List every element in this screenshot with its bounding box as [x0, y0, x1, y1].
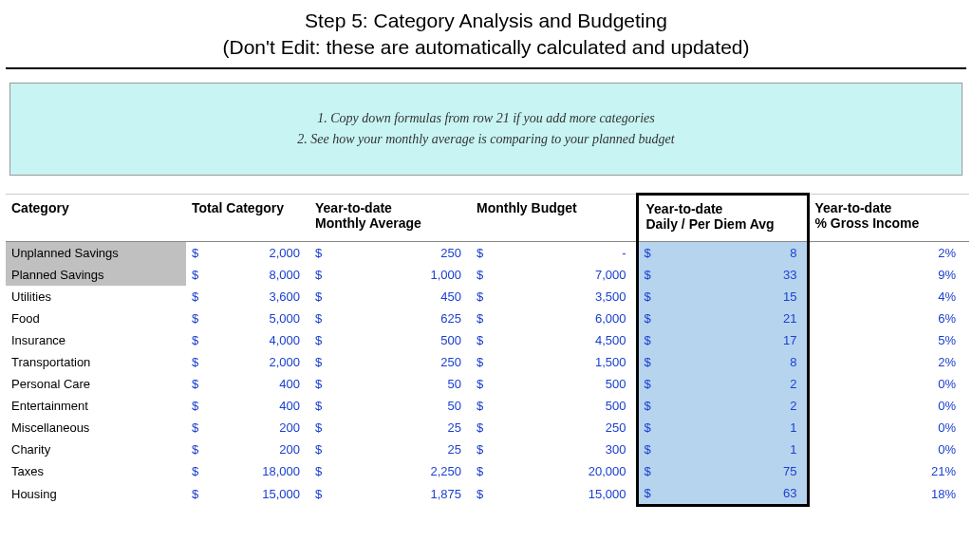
cell-budget-value: - — [622, 246, 626, 260]
cell-budget[interactable]: $15,000 — [471, 482, 637, 506]
cell-total[interactable]: $2,000 — [186, 242, 309, 265]
cell-budget[interactable]: $3,500 — [471, 286, 637, 308]
cell-category[interactable]: Food — [6, 308, 186, 329]
cell-perdiem[interactable]: $75 — [637, 460, 808, 482]
cell-category[interactable]: Insurance — [6, 329, 186, 351]
cell-avg[interactable]: $25 — [309, 417, 471, 439]
cell-avg[interactable]: $250 — [309, 242, 471, 265]
cell-total[interactable]: $4,000 — [186, 329, 309, 351]
cell-total[interactable]: $200 — [186, 439, 309, 460]
cell-avg[interactable]: $1,000 — [309, 264, 471, 286]
cell-gross[interactable]: 0% — [808, 417, 969, 439]
cell-gross[interactable]: 0% — [808, 373, 969, 395]
cell-gross[interactable]: 9% — [808, 264, 969, 286]
cell-total[interactable]: $18,000 — [186, 460, 309, 482]
cell-total-value: 8,000 — [269, 268, 300, 282]
cell-category[interactable]: Utilities — [6, 286, 186, 308]
cell-gross[interactable]: 0% — [808, 439, 969, 460]
cell-category[interactable]: Taxes — [6, 460, 186, 482]
cell-avg[interactable]: $450 — [309, 286, 471, 308]
col-budget: Monthly Budget — [471, 195, 637, 242]
cell-category[interactable]: Planned Savings — [6, 264, 186, 286]
cell-budget[interactable]: $250 — [471, 417, 637, 439]
cell-avg-value: 250 — [440, 246, 461, 260]
cell-total[interactable]: $5,000 — [186, 308, 309, 329]
cell-perdiem[interactable]: $1 — [637, 417, 808, 439]
cell-category[interactable]: Personal Care — [6, 373, 186, 395]
cell-avg[interactable]: $1,875 — [309, 482, 471, 506]
cell-total[interactable]: $2,000 — [186, 351, 309, 373]
cell-total-value: 18,000 — [262, 464, 300, 478]
cell-gross[interactable]: 4% — [808, 286, 969, 308]
cell-category[interactable]: Charity — [6, 439, 186, 460]
dollar-sign: $ — [315, 355, 322, 369]
cell-perdiem[interactable]: $2 — [637, 395, 808, 417]
cell-budget[interactable]: $4,500 — [471, 329, 637, 351]
cell-perdiem-value: 2 — [790, 377, 796, 391]
cell-category[interactable]: Entertainment — [6, 395, 186, 417]
cell-total[interactable]: $15,000 — [186, 482, 309, 506]
dollar-sign: $ — [315, 289, 322, 304]
dollar-sign: $ — [645, 289, 651, 304]
dollar-sign: $ — [477, 487, 483, 501]
cell-budget-value: 4,500 — [595, 333, 626, 347]
cell-budget[interactable]: $500 — [471, 373, 637, 395]
cell-avg[interactable]: $50 — [309, 373, 471, 395]
table-row: Personal Care$400$50$500$20% — [6, 373, 969, 395]
cell-gross[interactable]: 21% — [808, 460, 969, 482]
cell-budget-value: 20,000 — [589, 464, 626, 478]
cell-budget[interactable]: $500 — [471, 395, 637, 417]
cell-category[interactable]: Miscellaneous — [6, 417, 186, 439]
cell-budget[interactable]: $7,000 — [471, 264, 637, 286]
cell-gross[interactable]: 18% — [808, 482, 969, 506]
cell-perdiem[interactable]: $63 — [637, 482, 808, 506]
cell-avg[interactable]: $625 — [309, 308, 471, 329]
cell-budget[interactable]: $300 — [471, 439, 637, 460]
table-row: Entertainment$400$50$500$20% — [6, 395, 969, 417]
cell-gross[interactable]: 2% — [808, 242, 969, 265]
cell-budget[interactable]: $- — [471, 242, 637, 265]
cell-avg[interactable]: $250 — [309, 351, 471, 373]
cell-budget[interactable]: $1,500 — [471, 351, 637, 373]
dollar-sign: $ — [315, 246, 322, 260]
dollar-sign: $ — [645, 420, 651, 435]
table-row: Housing$15,000$1,875$15,000$6318% — [6, 482, 969, 506]
cell-gross[interactable]: 5% — [808, 329, 969, 351]
cell-perdiem[interactable]: $21 — [637, 308, 808, 329]
cell-avg[interactable]: $500 — [309, 329, 471, 351]
cell-total[interactable]: $400 — [186, 395, 309, 417]
cell-total[interactable]: $200 — [186, 417, 309, 439]
dollar-sign: $ — [315, 464, 322, 478]
cell-avg[interactable]: $2,250 — [309, 460, 471, 482]
cell-gross[interactable]: 0% — [808, 395, 969, 417]
cell-budget-value: 500 — [606, 377, 626, 391]
cell-total[interactable]: $8,000 — [186, 264, 309, 286]
cell-avg[interactable]: $25 — [309, 439, 471, 460]
cell-category[interactable]: Unplanned Savings — [6, 242, 186, 265]
cell-gross[interactable]: 6% — [808, 308, 969, 329]
cell-avg[interactable]: $50 — [309, 395, 471, 417]
cell-gross[interactable]: 2% — [808, 351, 969, 373]
cell-budget[interactable]: $20,000 — [471, 460, 637, 482]
cell-total[interactable]: $400 — [186, 373, 309, 395]
cell-perdiem[interactable]: $33 — [637, 264, 808, 286]
cell-perdiem[interactable]: $8 — [637, 242, 808, 265]
cell-total[interactable]: $3,600 — [186, 286, 309, 308]
cell-category[interactable]: Housing — [6, 482, 186, 506]
table-row: Utilities$3,600$450$3,500$154% — [6, 286, 969, 308]
cell-perdiem[interactable]: $17 — [637, 329, 808, 351]
dollar-sign: $ — [645, 311, 651, 326]
cell-category[interactable]: Transportation — [6, 351, 186, 373]
table-row: Unplanned Savings$2,000$250$-$82% — [6, 242, 969, 265]
cell-perdiem[interactable]: $8 — [637, 351, 808, 373]
cell-avg-value: 50 — [448, 377, 461, 391]
dollar-sign: $ — [477, 420, 483, 435]
cell-perdiem-value: 63 — [783, 486, 796, 500]
cell-total-value: 2,000 — [269, 355, 300, 369]
cell-perdiem[interactable]: $15 — [637, 286, 808, 308]
dollar-sign: $ — [645, 268, 651, 282]
cell-perdiem[interactable]: $1 — [637, 439, 808, 460]
table-row: Miscellaneous$200$25$250$10% — [6, 417, 969, 439]
cell-perdiem[interactable]: $2 — [637, 373, 808, 395]
cell-budget[interactable]: $6,000 — [471, 308, 637, 329]
